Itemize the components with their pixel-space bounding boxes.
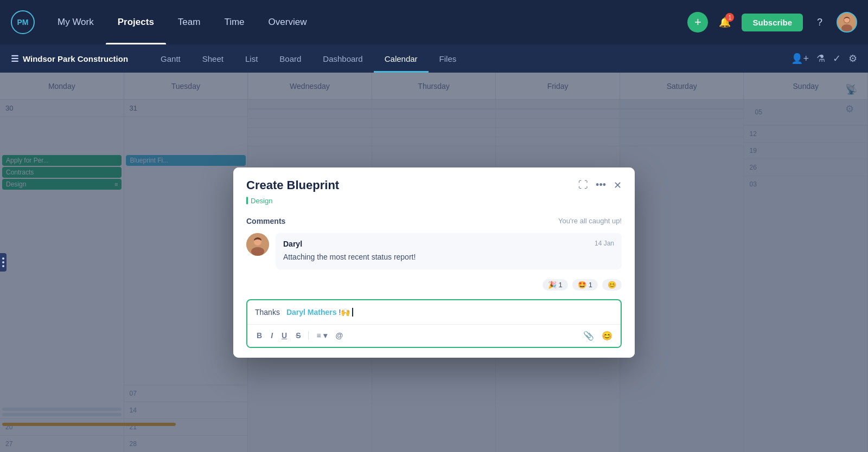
comment-text: Attaching the most recent status report! xyxy=(283,251,614,263)
comments-section: Comments You're all caught up! xyxy=(233,211,635,294)
reaction-celebrate[interactable]: 🎉 1 xyxy=(542,279,568,290)
comment-item: Daryl 14 Jan Attaching the most recent s… xyxy=(246,233,622,269)
tab-board[interactable]: Board xyxy=(269,44,312,73)
tab-sheet[interactable]: Sheet xyxy=(192,44,234,73)
tab-dashboard[interactable]: Dashboard xyxy=(312,44,373,73)
mention-daryl: Daryl Mathers xyxy=(286,308,337,317)
tab-list[interactable]: List xyxy=(234,44,269,73)
list-button[interactable]: ≡ ▾ xyxy=(314,330,329,341)
more-options-button[interactable]: ••• xyxy=(596,179,606,191)
subscribe-button[interactable]: Subscribe xyxy=(742,14,803,31)
nav-item-overview[interactable]: Overview xyxy=(257,0,319,44)
modal-title-row: Create Blueprint ⛶ ••• ✕ xyxy=(246,178,622,192)
nav-items: My Work Projects Team Time Overview xyxy=(46,0,687,44)
attach-tools: 📎 😊 xyxy=(582,329,614,343)
emoji-button[interactable]: 😊 xyxy=(600,329,614,343)
nav-item-mywork[interactable]: My Work xyxy=(46,0,106,44)
underline-button[interactable]: U xyxy=(279,330,290,341)
nav-item-time[interactable]: Time xyxy=(212,0,256,44)
tab-calendar[interactable]: Calendar xyxy=(374,44,429,73)
filter-icon[interactable]: ⚗ xyxy=(816,53,825,64)
help-button[interactable]: ? xyxy=(809,12,830,33)
close-button[interactable]: ✕ xyxy=(614,179,622,191)
italic-button[interactable]: I xyxy=(268,330,276,341)
reaction-star[interactable]: 🤩 1 xyxy=(572,279,598,290)
reply-text-thanks: Thanks xyxy=(255,308,280,317)
top-nav: PM My Work Projects Team Time Overview +… xyxy=(0,0,868,44)
bold-button[interactable]: B xyxy=(254,330,265,341)
strikethrough-button[interactable]: S xyxy=(293,330,303,341)
modal-title: Create Blueprint xyxy=(246,178,339,192)
calendar-background: Monday Tuesday Wednesday Thursday Friday… xyxy=(0,73,868,452)
add-person-icon[interactable]: 👤+ xyxy=(791,53,809,64)
comment-avatar xyxy=(246,233,269,256)
reaction-add[interactable]: 😊 xyxy=(602,279,622,290)
reply-text-suffix: !🙌 xyxy=(339,308,350,317)
sub-nav-tabs: Gantt Sheet List Board Dashboard Calenda… xyxy=(150,44,791,73)
text-cursor xyxy=(352,308,353,317)
settings-icon[interactable]: ⚙ xyxy=(848,53,857,64)
reply-toolbar: B I U S ≡ ▾ @ 📎 😊 xyxy=(247,324,621,347)
logo-text: PM xyxy=(17,18,29,27)
notification-badge: 1 xyxy=(725,13,734,22)
notification-button[interactable]: 🔔 1 xyxy=(714,12,735,33)
check-icon[interactable]: ✓ xyxy=(833,53,841,64)
toolbar-separator xyxy=(308,331,309,340)
project-label[interactable]: ☰ Windsor Park Construction xyxy=(11,54,128,64)
tab-files[interactable]: Files xyxy=(429,44,468,73)
sub-nav-right: 👤+ ⚗ ✓ ⚙ xyxy=(791,53,857,64)
comment-bubble: Daryl 14 Jan Attaching the most recent s… xyxy=(276,233,622,269)
caught-up-text: You're all caught up! xyxy=(558,217,622,225)
modal-tag: Design xyxy=(246,197,622,211)
mention-button[interactable]: @ xyxy=(333,330,346,341)
top-nav-right: + 🔔 1 Subscribe ? xyxy=(687,12,857,33)
reply-input-area[interactable]: Thanks Daryl Mathers !🙌 xyxy=(247,300,621,324)
user-avatar[interactable] xyxy=(837,12,857,33)
comment-top: Daryl 14 Jan xyxy=(283,240,614,248)
modal-title-icons: ⛶ ••• ✕ xyxy=(578,179,622,191)
comments-label: Comments xyxy=(246,217,285,225)
comment-date: 14 Jan xyxy=(595,240,614,248)
logo-badge[interactable]: PM xyxy=(11,10,35,34)
format-tools: B I U S ≡ ▾ @ xyxy=(254,330,346,341)
modal-overlay: Create Blueprint ⛶ ••• ✕ Design Comments… xyxy=(0,73,868,452)
add-button[interactable]: + xyxy=(687,12,708,33)
modal-header: Create Blueprint ⛶ ••• ✕ Design xyxy=(233,167,635,211)
sub-nav: ☰ Windsor Park Construction Gantt Sheet … xyxy=(0,44,868,73)
left-sidebar-toggle[interactable] xyxy=(0,253,7,272)
comments-header: Comments You're all caught up! xyxy=(246,217,622,225)
expand-button[interactable]: ⛶ xyxy=(578,179,588,191)
nav-item-team[interactable]: Team xyxy=(166,0,213,44)
task-modal: Create Blueprint ⛶ ••• ✕ Design Comments… xyxy=(233,167,635,358)
reply-section: Thanks Daryl Mathers !🙌 B I U S xyxy=(233,294,635,358)
comment-author: Daryl xyxy=(283,240,302,248)
reply-box[interactable]: Thanks Daryl Mathers !🙌 B I U S xyxy=(246,299,622,348)
nav-item-projects[interactable]: Projects xyxy=(106,0,166,44)
tag-line-icon xyxy=(246,197,248,204)
reactions: 🎉 1 🤩 1 😊 xyxy=(246,276,622,294)
tab-gantt[interactable]: Gantt xyxy=(150,44,192,73)
hamburger-icon: ☰ xyxy=(11,54,18,64)
attachment-button[interactable]: 📎 xyxy=(582,329,596,343)
svg-point-6 xyxy=(251,247,264,256)
